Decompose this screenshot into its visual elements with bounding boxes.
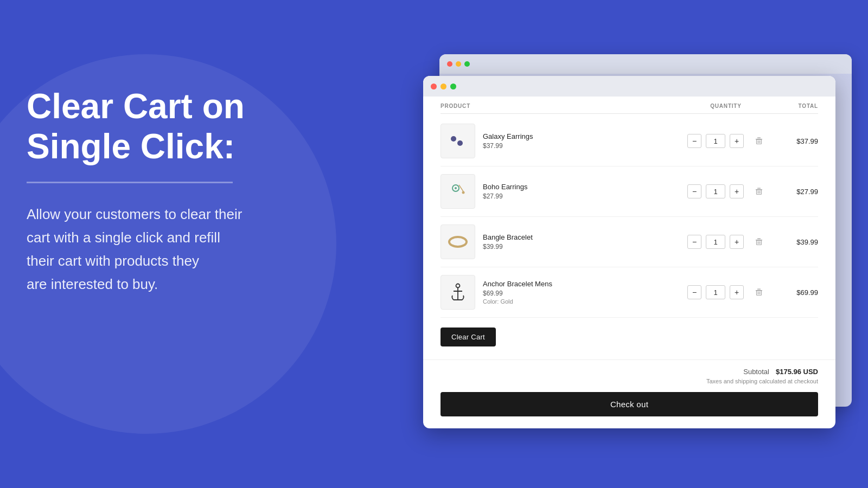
cart-footer: Subtotal $175.96 USD Taxes and shipping …	[423, 359, 835, 425]
product-image	[441, 224, 475, 259]
svg-rect-23	[757, 239, 761, 240]
delete-button[interactable]	[754, 186, 764, 197]
table-row: Galaxy Earrings $37.99 − 1 +	[441, 116, 818, 166]
svg-point-11	[455, 187, 457, 189]
col-header-total: TOTAL	[775, 103, 818, 109]
increment-button[interactable]: +	[730, 285, 744, 299]
trash-icon	[755, 137, 763, 145]
trash-icon	[755, 188, 763, 195]
product-price: $27.99	[483, 192, 677, 200]
product-price: $37.99	[483, 142, 677, 150]
decrement-button[interactable]: −	[687, 184, 701, 198]
product-info: Galaxy Earrings $37.99	[483, 132, 677, 150]
delete-button[interactable]	[754, 136, 764, 146]
table-row: Bangle Bracelet $39.99 − 1 +	[441, 217, 818, 267]
increment-button[interactable]: +	[730, 235, 744, 249]
dot-red[interactable]	[431, 84, 437, 89]
svg-rect-15	[757, 188, 761, 189]
description: Allow your customers to clear theircart …	[27, 203, 320, 296]
quantity-controls: − 1 +	[677, 235, 775, 249]
cart-header: PRODUCT QUANTITY TOTAL	[441, 97, 818, 114]
product-price: $39.99	[483, 243, 677, 251]
product-price: $69.99	[483, 290, 677, 297]
svg-rect-0	[444, 127, 472, 155]
subtotal-label: Subtotal	[743, 368, 769, 376]
item-total: $27.99	[775, 188, 818, 196]
product-image	[441, 275, 475, 310]
cart-body: PRODUCT QUANTITY TOTAL Galaxy Earrings $…	[423, 97, 835, 359]
product-image	[441, 174, 475, 209]
decrement-button[interactable]: −	[687, 285, 701, 299]
col-header-product: PRODUCT	[441, 103, 677, 109]
decrement-button[interactable]: −	[687, 134, 701, 148]
svg-rect-4	[757, 138, 761, 139]
checkout-button[interactable]: Check out	[441, 392, 818, 416]
clear-cart-button[interactable]: Clear Cart	[441, 328, 496, 346]
svg-point-2	[457, 140, 463, 146]
product-name: Galaxy Earrings	[483, 132, 677, 140]
earring1-icon	[444, 127, 472, 155]
quantity-display: 1	[706, 184, 725, 198]
back-dot-yellow	[456, 61, 461, 67]
quantity-display: 1	[706, 285, 725, 299]
table-row: Boho Earrings $27.99 − 1 +	[441, 166, 818, 217]
dot-green[interactable]	[450, 84, 456, 89]
product-info: Anchor Bracelet Mens $69.99 Color: Gold	[483, 280, 677, 305]
svg-rect-20	[444, 228, 472, 256]
product-info: Boho Earrings $27.99	[483, 183, 677, 200]
product-info: Bangle Bracelet $39.99	[483, 233, 677, 251]
browser-container: PRODUCT QUANTITY TOTAL Galaxy Earrings $…	[423, 54, 846, 434]
increment-button[interactable]: +	[730, 184, 744, 198]
subtotal-row: Subtotal $175.96 USD	[441, 368, 818, 376]
headline-line2: Single Click:	[27, 127, 235, 166]
delete-button[interactable]	[754, 287, 764, 298]
svg-point-13	[462, 191, 465, 194]
svg-rect-9	[444, 177, 472, 206]
svg-point-1	[451, 136, 456, 142]
product-image	[441, 124, 475, 158]
delete-button[interactable]	[754, 236, 764, 247]
earring2-icon	[444, 177, 472, 206]
browser-toolbar	[423, 76, 835, 97]
product-name: Anchor Bracelet Mens	[483, 280, 677, 288]
dot-yellow[interactable]	[441, 84, 446, 89]
left-panel: Clear Cart on Single Click: Allow your c…	[27, 87, 320, 296]
back-dot-red	[447, 61, 452, 67]
col-header-quantity: QUANTITY	[677, 103, 775, 109]
increment-button[interactable]: +	[730, 134, 744, 148]
item-total: $37.99	[775, 137, 818, 145]
decrement-button[interactable]: −	[687, 235, 701, 249]
trash-icon	[755, 238, 763, 246]
svg-rect-34	[757, 289, 761, 290]
tax-note: Taxes and shipping calculated at checkou…	[441, 378, 818, 384]
divider	[27, 182, 233, 183]
headline: Clear Cart on Single Click:	[27, 87, 320, 166]
quantity-controls: − 1 +	[677, 184, 775, 198]
trash-icon	[755, 288, 763, 296]
item-total: $69.99	[775, 288, 818, 297]
anchor-icon	[444, 278, 472, 306]
item-total: $39.99	[775, 238, 818, 246]
product-variant: Color: Gold	[483, 298, 677, 305]
quantity-controls: − 1 +	[677, 134, 775, 148]
quantity-controls: − 1 +	[677, 285, 775, 299]
product-name: Boho Earrings	[483, 183, 677, 191]
product-name: Bangle Bracelet	[483, 233, 677, 241]
browser-front: PRODUCT QUANTITY TOTAL Galaxy Earrings $…	[423, 76, 835, 428]
headline-line1: Clear Cart on	[27, 87, 245, 126]
subtotal-value: $175.96 USD	[776, 368, 818, 376]
quantity-display: 1	[706, 134, 725, 148]
back-toolbar	[439, 54, 852, 74]
quantity-display: 1	[706, 235, 725, 249]
table-row: Anchor Bracelet Mens $69.99 Color: Gold …	[441, 267, 818, 318]
bangle-icon	[444, 228, 472, 256]
back-dot-green	[464, 61, 470, 67]
